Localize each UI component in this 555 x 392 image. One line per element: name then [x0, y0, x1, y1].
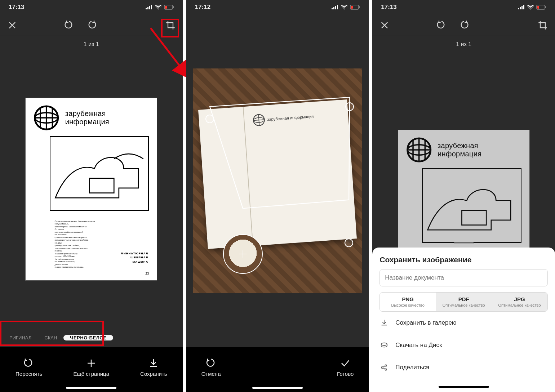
svg-rect-23: [351, 6, 353, 9]
format-pdf[interactable]: PDF Оптимальное качество: [436, 293, 492, 311]
filter-scan[interactable]: СКАН: [38, 335, 63, 340]
document-illustration: [50, 136, 149, 211]
share-icon: [379, 364, 389, 371]
document-right-tag: МИНИАТЮРНАЯ ШВЕЙНАЯ МАШИНА: [121, 251, 148, 264]
document-name-input[interactable]: [379, 269, 548, 286]
svg-point-44: [381, 343, 387, 346]
document-illustration: [422, 168, 521, 243]
status-right: [518, 5, 546, 10]
wifi-icon: [341, 5, 348, 10]
svg-rect-14: [90, 178, 114, 193]
sheet-grabber[interactable]: [454, 242, 474, 244]
screen-save-sheet: 17:13 1 из 1 зарубежная информация Одна …: [372, 0, 555, 392]
battery-low-icon: [350, 5, 360, 10]
add-page-button[interactable]: Ещё страница: [74, 358, 110, 377]
crop-icon[interactable]: [165, 20, 176, 30]
status-bar: 17:13: [372, 0, 555, 14]
screen-editor: 17:13 1 из 1 зарубежная информация Одна …: [0, 0, 183, 392]
svg-rect-35: [545, 6, 546, 8]
document-body-text: Одна из американских фирм выпустила нову…: [54, 220, 96, 267]
plus-icon: [86, 358, 97, 369]
svg-point-20: [344, 9, 345, 10]
done-button[interactable]: Готово: [337, 358, 354, 377]
crop-handle-bl[interactable]: [239, 250, 247, 258]
filter-bw-selected[interactable]: ЧЕРНО-БЕЛОЕ: [63, 335, 113, 340]
retake-button[interactable]: Переснять: [15, 358, 42, 377]
svg-rect-16: [332, 8, 333, 9]
globe-logo-icon: [34, 104, 59, 131]
svg-rect-2: [149, 6, 150, 9]
disk-icon: [379, 341, 389, 349]
download-icon: [148, 358, 159, 369]
bottom-bar: Переснять Ещё страница Сохранить: [0, 347, 183, 387]
checkmark-icon: [340, 358, 351, 369]
rotate-left-icon[interactable]: [64, 20, 74, 30]
svg-rect-7: [165, 6, 167, 9]
document-page-number: 23: [145, 272, 149, 275]
status-time: 17:12: [195, 4, 210, 11]
svg-point-33: [530, 9, 531, 10]
scanned-document[interactable]: зарубежная информация Одна из американск…: [26, 98, 157, 280]
crop-canvas[interactable]: зарубежная информация: [186, 14, 369, 347]
wifi-icon: [155, 5, 162, 10]
crop-handle-tl[interactable]: [205, 115, 214, 123]
action-share[interactable]: Поделиться: [379, 356, 548, 379]
svg-rect-1: [147, 7, 148, 9]
book-in-photo: зарубежная информация: [198, 99, 357, 249]
globe-logo-icon: [252, 113, 265, 126]
editor-toolbar: [0, 14, 183, 36]
home-indicator: [439, 386, 489, 388]
rotate-right-icon[interactable]: [86, 20, 97, 30]
status-right: [331, 5, 360, 10]
save-sheet: Сохранить изображение PNG Высокое качест…: [372, 248, 555, 392]
svg-rect-43: [462, 210, 487, 225]
status-right: [145, 5, 174, 10]
status-time: 17:13: [381, 4, 396, 11]
action-save-gallery[interactable]: Сохранить в галерею: [379, 312, 548, 334]
cellular-signal-icon: [145, 5, 152, 10]
svg-rect-6: [173, 6, 174, 8]
home-indicator: [186, 387, 369, 392]
svg-rect-0: [146, 8, 147, 9]
crop-icon[interactable]: [538, 20, 548, 30]
close-icon[interactable]: [7, 20, 17, 30]
page-indicator: 1 из 1: [372, 36, 555, 50]
globe-logo-icon: [406, 137, 432, 163]
svg-rect-17: [333, 7, 334, 9]
status-bar: 17:12: [186, 0, 369, 14]
format-png[interactable]: PNG Высокое качество: [380, 293, 436, 311]
battery-low-icon: [536, 5, 546, 10]
download-icon: [379, 319, 389, 327]
svg-rect-32: [523, 5, 524, 9]
svg-rect-29: [518, 8, 519, 9]
filter-original[interactable]: РИГИНАЛ: [3, 335, 38, 340]
filter-row: РИГИНАЛ СКАН ЧЕРНО-БЕЛОЕ: [0, 328, 183, 347]
svg-rect-30: [520, 7, 521, 9]
retake-icon: [23, 358, 34, 369]
svg-point-4: [157, 9, 159, 10]
editor-toolbar: [372, 14, 555, 36]
svg-rect-19: [337, 5, 338, 9]
status-bar: 17:13: [0, 0, 183, 14]
svg-rect-3: [151, 5, 152, 9]
svg-rect-22: [359, 6, 360, 8]
rotate-right-icon[interactable]: [459, 20, 469, 30]
cancel-button[interactable]: Отмена: [201, 358, 221, 377]
crop-bottom-bar: Отмена Готово: [186, 347, 369, 387]
status-time: 17:13: [9, 4, 24, 11]
format-jpg[interactable]: JPG Оптимальное качество: [492, 293, 547, 311]
battery-low-icon: [164, 5, 174, 10]
rotate-left-icon[interactable]: [436, 20, 447, 30]
home-indicator: [0, 387, 183, 392]
close-icon[interactable]: [379, 20, 390, 30]
action-download-disk[interactable]: Скачать на Диск: [379, 334, 548, 356]
crop-handle-tr[interactable]: [345, 102, 354, 111]
svg-rect-18: [335, 6, 336, 9]
screen-crop: 17:12 зарубежная информация: [186, 0, 369, 392]
document-heading: зарубежная информация: [65, 110, 149, 126]
crop-handle-br[interactable]: [345, 239, 353, 247]
save-button[interactable]: Сохранить: [140, 358, 167, 377]
wifi-icon: [527, 5, 534, 10]
document-heading: зарубежная информация: [438, 142, 521, 158]
undo-icon: [206, 358, 217, 369]
